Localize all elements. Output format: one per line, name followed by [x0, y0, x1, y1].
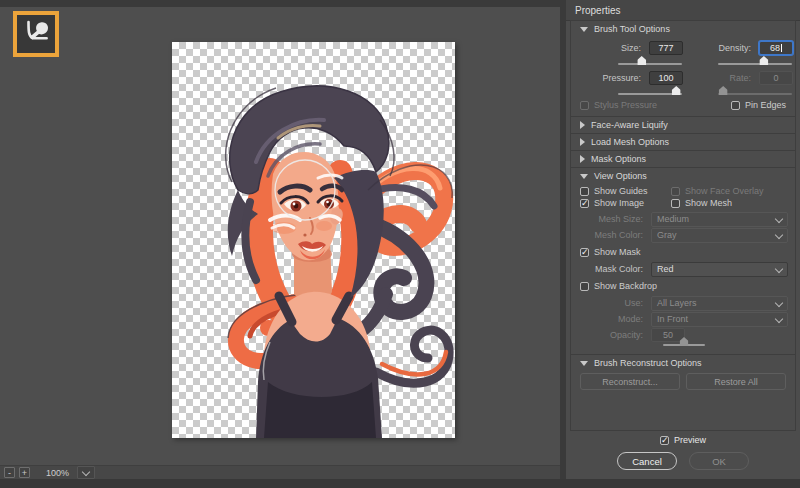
document-canvas[interactable]: [172, 42, 455, 438]
pressure-control: Pressure: 100: [572, 69, 686, 99]
mesh-size-label: Mesh Size:: [571, 214, 651, 224]
section-header-mask-options[interactable]: Mask Options: [571, 151, 795, 167]
chevron-down-icon: [775, 264, 783, 272]
show-mask-checkbox[interactable]: [580, 248, 589, 257]
section-brush-tool-options: Brush Tool Options Size: 777: [571, 21, 795, 117]
show-mesh-checkbox[interactable]: [671, 199, 680, 208]
panel-title: Properties: [566, 0, 800, 21]
preview-checkbox[interactable]: [660, 436, 669, 445]
section-header-face-aware-liquify[interactable]: Face-Aware Liquify: [571, 117, 795, 133]
expand-triangle-icon: [580, 121, 585, 129]
rate-label: Rate:: [686, 73, 759, 83]
pressure-slider-thumb[interactable]: [672, 86, 681, 95]
chevron-down-icon: [775, 314, 783, 322]
forward-warp-tool-button[interactable]: [13, 11, 59, 57]
section-brush-reconstruct-options: Brush Reconstruct Options Reconstruct...…: [571, 355, 795, 398]
canvas-area[interactable]: - + 100%: [0, 0, 560, 479]
show-image-checkbox[interactable]: [580, 199, 589, 208]
expand-triangle-icon: [580, 138, 585, 146]
collapse-triangle-icon: [580, 174, 588, 179]
section-header-brush-reconstruct-options[interactable]: Brush Reconstruct Options: [571, 355, 795, 371]
text-cursor: [781, 44, 782, 52]
opacity-input[interactable]: 50: [651, 328, 685, 342]
artwork-illustration: [172, 42, 455, 438]
section-header-brush-tool-options[interactable]: Brush Tool Options: [571, 21, 795, 37]
mesh-size-row: Mesh Size: Medium: [571, 212, 788, 226]
restore-all-button[interactable]: Restore All: [686, 373, 786, 390]
opacity-label: Opacity:: [571, 330, 651, 340]
cancel-button[interactable]: Cancel: [617, 452, 677, 470]
show-mesh-checkbox-row[interactable]: Show Mesh: [671, 198, 786, 208]
section-load-mesh-options: Load Mesh Options: [571, 134, 795, 151]
chevron-down-icon: [82, 467, 90, 475]
chevron-down-icon: [775, 230, 783, 238]
stylus-pressure-checkbox[interactable]: [580, 101, 589, 110]
window-bottom-strip: [0, 479, 800, 488]
mode-label: Mode:: [571, 314, 651, 324]
zoom-level-value: 100%: [46, 468, 69, 478]
zoom-in-button[interactable]: +: [19, 467, 30, 478]
section-header-view-options[interactable]: View Options: [571, 168, 795, 184]
pressure-label: Pressure:: [572, 73, 649, 83]
section-view-options: View Options Show Guides Show Face Overl…: [571, 168, 795, 355]
liquify-dialog: - + 100% Properties Brush Tool Options S…: [0, 0, 800, 488]
rate-slider-thumb[interactable]: [719, 86, 728, 95]
mesh-size-select[interactable]: Medium: [651, 212, 788, 227]
properties-panel: Properties Brush Tool Options Size: 777: [566, 0, 800, 488]
mesh-color-label: Mesh Color:: [571, 230, 651, 240]
rate-control: Rate: 0: [686, 69, 796, 99]
show-image-checkbox-row[interactable]: Show Image: [580, 198, 671, 208]
stylus-pressure-checkbox-row[interactable]: Stylus Pressure: [580, 100, 657, 110]
show-guides-checkbox-row[interactable]: Show Guides: [580, 186, 671, 196]
chevron-down-icon: [775, 298, 783, 306]
density-label: Density:: [686, 43, 759, 53]
status-bar: - + 100%: [0, 465, 560, 479]
show-backdrop-checkbox[interactable]: [580, 282, 589, 291]
pin-edges-checkbox-row[interactable]: Pin Edges: [731, 100, 786, 110]
show-face-overlay-checkbox[interactable]: [671, 187, 680, 196]
pressure-input[interactable]: 100: [649, 71, 683, 85]
section-face-aware-liquify: Face-Aware Liquify: [571, 117, 795, 134]
density-slider-thumb[interactable]: [759, 56, 768, 65]
panel-empty-space: [571, 398, 795, 430]
show-mask-checkbox-row[interactable]: Show Mask: [580, 247, 641, 257]
panel-footer: Preview Cancel OK: [566, 431, 800, 479]
density-control: Density: 68: [686, 39, 796, 69]
mode-select[interactable]: In Front: [651, 312, 788, 327]
size-input[interactable]: 777: [649, 41, 683, 55]
rate-input[interactable]: 0: [759, 71, 793, 85]
opacity-row: Opacity: 50: [571, 328, 788, 342]
section-mask-options: Mask Options: [571, 151, 795, 168]
size-slider[interactable]: [618, 63, 682, 65]
size-slider-thumb[interactable]: [637, 56, 646, 65]
canvas-top-strip: [0, 0, 560, 7]
section-header-load-mesh-options[interactable]: Load Mesh Options: [571, 134, 795, 150]
show-backdrop-checkbox-row[interactable]: Show Backdrop: [580, 281, 657, 291]
show-face-overlay-checkbox-row[interactable]: Show Face Overlay: [671, 186, 786, 196]
reconstruct-button[interactable]: Reconstruct...: [580, 373, 680, 390]
panel-body: Brush Tool Options Size: 777: [570, 20, 796, 431]
show-guides-checkbox[interactable]: [580, 187, 589, 196]
pressure-slider[interactable]: [618, 93, 682, 95]
expand-triangle-icon: [580, 155, 585, 163]
zoom-level-dropdown[interactable]: [77, 466, 95, 479]
mask-color-select[interactable]: Red: [651, 262, 788, 277]
zoom-out-button[interactable]: -: [4, 467, 15, 478]
use-select[interactable]: All Layers: [651, 296, 788, 311]
ok-button[interactable]: OK: [689, 452, 749, 470]
pin-edges-checkbox[interactable]: [731, 101, 740, 110]
opacity-slider[interactable]: [663, 344, 705, 346]
preview-checkbox-row[interactable]: Preview: [660, 435, 706, 445]
density-input[interactable]: 68: [759, 41, 793, 55]
collapse-triangle-icon: [580, 27, 588, 32]
size-label: Size:: [572, 43, 649, 53]
size-control: Size: 777: [572, 39, 686, 69]
mesh-color-select[interactable]: Gray: [651, 228, 788, 243]
rate-slider[interactable]: [718, 93, 792, 95]
mask-color-label: Mask Color:: [571, 264, 651, 274]
use-label: Use:: [571, 298, 651, 308]
density-slider[interactable]: [718, 63, 792, 65]
collapse-triangle-icon: [580, 361, 588, 366]
mesh-color-row: Mesh Color: Gray: [571, 228, 788, 242]
use-row: Use: All Layers: [571, 296, 788, 310]
